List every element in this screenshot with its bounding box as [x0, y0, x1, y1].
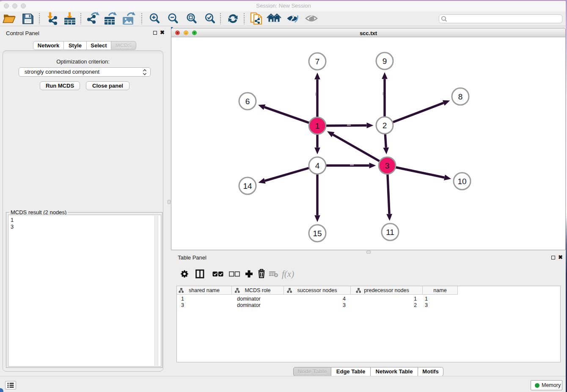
svg-text:11: 11 [386, 228, 394, 237]
svg-text:f(x): f(x) [282, 269, 294, 279]
svg-text:10: 10 [457, 177, 466, 186]
svg-text:8: 8 [458, 92, 463, 101]
svg-text:9: 9 [383, 57, 387, 66]
svg-text:4: 4 [315, 161, 320, 170]
svg-text:7: 7 [315, 57, 320, 66]
svg-text:15: 15 [313, 229, 322, 238]
svg-text:1: 1 [315, 121, 320, 130]
svg-text:14: 14 [243, 182, 252, 190]
svg-text:3: 3 [385, 161, 390, 170]
svg-text:2: 2 [383, 121, 387, 130]
svg-text:6: 6 [245, 97, 250, 106]
